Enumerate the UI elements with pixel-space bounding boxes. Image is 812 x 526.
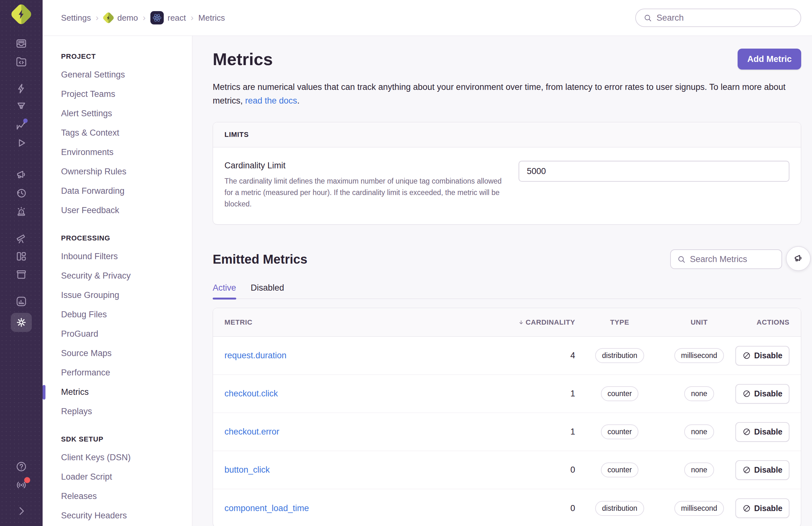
- description-period: .: [297, 96, 300, 105]
- layout-board-icon[interactable]: [14, 250, 28, 263]
- blocked-circle-icon: [742, 427, 751, 436]
- cardinality-value: 4: [570, 351, 575, 361]
- lightning-bolt-icon: [16, 9, 27, 20]
- global-search-input[interactable]: [656, 13, 793, 23]
- disable-button[interactable]: Disable: [735, 422, 789, 442]
- icon-rail: [0, 0, 43, 526]
- inbox-issues-icon[interactable]: [14, 37, 28, 50]
- subnav-item-ownership-rules[interactable]: Ownership Rules: [61, 162, 186, 181]
- cardinality-limit-input[interactable]: [519, 161, 789, 182]
- metrics-table: METRIC CARDINALITY TYPE UNIT ACTIONS req…: [213, 308, 801, 526]
- org-logo[interactable]: [12, 5, 30, 24]
- disable-label: Disable: [754, 504, 782, 513]
- blocked-circle-icon: [742, 389, 751, 398]
- subnav-item-source-maps[interactable]: Source Maps: [61, 344, 186, 363]
- subnav-item-metrics[interactable]: Metrics: [61, 382, 186, 402]
- unit-badge: millisecond: [674, 501, 724, 516]
- subnav-item-label: Metrics: [61, 387, 89, 397]
- demo-org-icon: [103, 13, 114, 23]
- subnav-item-tags-context[interactable]: Tags & Context: [61, 123, 186, 142]
- subnav-item-general-settings[interactable]: General Settings: [61, 65, 186, 85]
- whats-new-notification-dot: [24, 477, 30, 483]
- whats-new-broadcast-icon[interactable]: [14, 478, 28, 492]
- cardinality-limit-field: Cardinality Limit The cardinality limit …: [224, 161, 511, 210]
- help-icon[interactable]: [14, 460, 28, 473]
- stats-chart-icon[interactable]: [14, 295, 28, 308]
- breadcrumb-org-demo[interactable]: demo: [103, 13, 138, 23]
- column-header-unit[interactable]: UNIT: [664, 318, 734, 327]
- react-project-icon: [150, 11, 164, 25]
- type-badge: distribution: [595, 348, 644, 363]
- subnav-item-loader-script[interactable]: Loader Script: [61, 467, 186, 486]
- breadcrumb: Settings › demo › react › Met: [61, 11, 225, 25]
- table-row: button_click 0 counter none Disable: [213, 451, 801, 489]
- subnav-item-security-privacy[interactable]: Security & Privacy: [61, 266, 186, 286]
- history-clock-icon[interactable]: [14, 186, 28, 200]
- subnav-item-issue-grouping[interactable]: Issue Grouping: [61, 286, 186, 305]
- disable-label: Disable: [754, 427, 782, 436]
- breadcrumb-settings[interactable]: Settings: [61, 13, 91, 23]
- megaphone-icon[interactable]: [14, 168, 28, 182]
- settings-gear-icon[interactable]: [11, 313, 32, 332]
- disable-label: Disable: [754, 389, 782, 398]
- disable-label: Disable: [754, 351, 782, 360]
- funnel-icon[interactable]: [14, 100, 28, 114]
- breadcrumb-label: demo: [117, 13, 138, 23]
- global-search: [635, 9, 801, 27]
- subnav-item-performance[interactable]: Performance: [61, 363, 186, 382]
- telescope-icon[interactable]: [14, 231, 28, 245]
- insights-chart-icon[interactable]: [14, 118, 28, 132]
- page-description: Metrics are numerical values that can tr…: [213, 80, 801, 107]
- subnav-item-releases[interactable]: Releases: [61, 486, 186, 506]
- table-header-row: METRIC CARDINALITY TYPE UNIT ACTIONS: [213, 308, 801, 337]
- subnav-item-user-feedback[interactable]: User Feedback: [61, 201, 186, 220]
- disable-button[interactable]: Disable: [735, 498, 789, 518]
- column-header-cardinality[interactable]: CARDINALITY: [518, 318, 575, 327]
- blocked-circle-icon: [742, 351, 751, 360]
- subnav-item-security-headers[interactable]: Security Headers: [61, 506, 186, 525]
- subnav-section-title: SDK SETUP: [61, 435, 186, 444]
- subnav-item-replays[interactable]: Replays: [61, 402, 186, 421]
- add-metric-button[interactable]: Add Metric: [738, 49, 801, 70]
- column-header-type[interactable]: TYPE: [575, 318, 664, 327]
- column-header-metric[interactable]: METRIC: [224, 318, 518, 327]
- disable-button[interactable]: Disable: [735, 346, 789, 365]
- subnav-item-alert-settings[interactable]: Alert Settings: [61, 104, 186, 123]
- lightning-icon[interactable]: [14, 82, 28, 95]
- disable-button[interactable]: Disable: [735, 460, 789, 480]
- sort-descending-icon: [518, 319, 524, 326]
- play-replays-icon[interactable]: [14, 136, 28, 150]
- subnav-item-debug-files[interactable]: Debug Files: [61, 305, 186, 324]
- metric-link[interactable]: component_load_time: [224, 504, 309, 513]
- settings-subnav: PROJECT General Settings Project Teams A…: [43, 36, 192, 526]
- subnav-section-title: PROCESSING: [61, 234, 186, 242]
- metric-link[interactable]: checkout.click: [224, 389, 278, 399]
- search-metrics-input[interactable]: [690, 254, 775, 264]
- subnav-item-inbound-filters[interactable]: Inbound Filters: [61, 247, 186, 266]
- subnav-item-environments[interactable]: Environments: [61, 142, 186, 162]
- siren-alerts-icon[interactable]: [14, 205, 28, 218]
- metric-link[interactable]: checkout.error: [224, 427, 279, 437]
- subnav-item-client-keys[interactable]: Client Keys (DSN): [61, 448, 186, 467]
- metric-link[interactable]: request.duration: [224, 351, 287, 361]
- subnav-item-project-teams[interactable]: Project Teams: [61, 85, 186, 104]
- collapse-chevron-icon[interactable]: [14, 505, 28, 518]
- subnav-item-proguard[interactable]: ProGuard: [61, 324, 186, 344]
- emitted-metrics-title: Emitted Metrics: [213, 252, 307, 267]
- metric-link[interactable]: button_click: [224, 465, 270, 475]
- search-icon: [677, 255, 686, 264]
- tab-disabled[interactable]: Disabled: [251, 283, 284, 299]
- tab-active[interactable]: Active: [213, 283, 236, 299]
- breadcrumb-metrics[interactable]: Metrics: [198, 13, 225, 23]
- feedback-button[interactable]: [786, 246, 811, 271]
- read-the-docs-link[interactable]: read the docs: [245, 96, 297, 105]
- metrics-tabs: Active Disabled: [213, 283, 801, 299]
- breadcrumb-project-react[interactable]: react: [150, 11, 186, 25]
- cardinality-value: 1: [570, 427, 575, 437]
- subnav-item-data-forwarding[interactable]: Data Forwarding: [61, 181, 186, 201]
- blocked-circle-icon: [742, 504, 751, 513]
- limits-panel: LIMITS Cardinality Limit The cardinality…: [213, 122, 801, 225]
- archive-box-icon[interactable]: [14, 268, 28, 281]
- code-folder-icon[interactable]: [14, 55, 28, 68]
- disable-button[interactable]: Disable: [735, 384, 789, 404]
